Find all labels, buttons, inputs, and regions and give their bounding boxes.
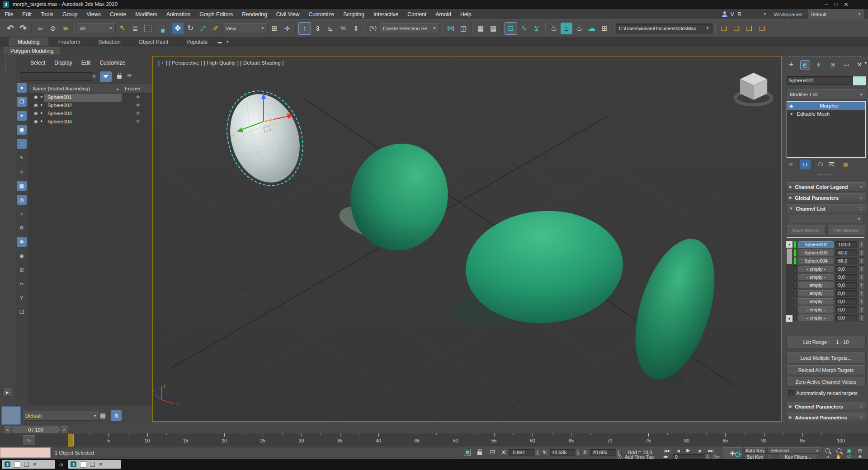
table-row[interactable]: ◉ ● Sphere004 ✻ <box>28 118 152 126</box>
play-button[interactable]: ▶ <box>684 447 693 453</box>
channel-value-field[interactable]: 0,0 <box>835 306 857 313</box>
x-coordinate-field[interactable] <box>509 449 537 456</box>
render-production-button[interactable]: ♨ <box>573 23 585 34</box>
channel-scrollbar[interactable]: ▲ ▼ <box>786 241 793 322</box>
viewport-object-sphere004[interactable] <box>620 230 729 390</box>
set-project-folder-button[interactable]: ❏ <box>743 23 755 34</box>
frozen-toggle-icon[interactable]: ✻ <box>136 111 140 116</box>
zoom-extents-all-icon[interactable]: ⊞ <box>855 448 864 453</box>
show-end-result-button[interactable]: ⊔ <box>800 160 811 169</box>
viewport-object-sphere003[interactable] <box>447 206 627 330</box>
tab-display[interactable]: ▭ <box>842 60 851 69</box>
select-and-link-icon[interactable]: ∞ <box>34 23 46 34</box>
taskbar-window-button[interactable]: 3 ✕ <box>68 460 121 469</box>
tab-modeling[interactable]: Modeling <box>9 38 48 46</box>
selection-lock-region-icon[interactable] <box>464 449 471 456</box>
field-of-view-icon[interactable]: ⊿ <box>823 454 832 459</box>
morph-channel-button[interactable]: - empty - <box>798 290 834 297</box>
display-frozen-toggle[interactable]: ✻ <box>17 237 27 247</box>
toggle-scene-explorer-button[interactable]: ▦ <box>475 23 486 34</box>
snaps-toggle-3d[interactable]: 3 <box>312 23 324 34</box>
angle-snap-toggle[interactable]: ⊾ <box>325 23 336 34</box>
selection-filter-dropdown[interactable]: All▼ <box>77 24 116 33</box>
menu-group[interactable]: Group <box>58 11 82 18</box>
display-lights-toggle[interactable]: ✦ <box>17 111 27 121</box>
object-name[interactable]: Sphere001 <box>47 94 72 100</box>
workspace-dropdown[interactable]: Default▼ <box>807 9 864 19</box>
viewport-label[interactable]: [ + ] [ Perspective ] [ High Quality ] [… <box>158 60 284 66</box>
tab-modify[interactable]: ◩ <box>800 60 810 70</box>
selection-lock-toggle[interactable] <box>477 451 482 456</box>
schematic-view-button[interactable]: ⊻ <box>531 23 542 34</box>
scroll-up-button[interactable]: ▲ <box>786 241 793 248</box>
keyboard-shortcut-override-toggle[interactable]: ↑ <box>298 22 311 35</box>
zoom-icon[interactable] <box>823 448 832 453</box>
morph-channel-button[interactable]: - empty - <box>798 306 834 313</box>
value-spinner[interactable]: ▲▼ <box>859 314 864 322</box>
display-shapes-toggle[interactable]: ❐ <box>17 97 27 107</box>
pan-hand-icon[interactable]: ✋ <box>834 454 843 459</box>
visibility-eye-icon[interactable]: ◉ <box>34 119 38 124</box>
explorer-find-tool[interactable]: ⌕ <box>17 209 27 219</box>
tab-populate[interactable]: Populate <box>178 38 216 46</box>
user-account-dropdown[interactable]: V R ▼ <box>718 11 770 18</box>
menu-modifiers[interactable]: Modifiers <box>131 11 162 18</box>
display-geometry-toggle[interactable]: ● <box>17 83 27 93</box>
object-name[interactable]: Sphere004 <box>47 119 72 124</box>
display-materials-toggle[interactable]: ⚙ <box>17 223 27 233</box>
menu-customize[interactable]: Customize <box>304 11 339 18</box>
menu-file[interactable]: File <box>0 11 18 18</box>
channel-value-field[interactable]: 0,0 <box>835 315 857 321</box>
rollout-global-parameters[interactable]: ▶ Global Parameters ∷ <box>786 193 866 202</box>
scroll-down-button[interactable]: ▼ <box>786 315 793 322</box>
morph-channel-button[interactable]: - empty - <box>798 266 834 273</box>
channel-value-field[interactable]: 0,0 <box>835 290 857 297</box>
menu-civil-view[interactable]: Civil View <box>272 11 304 18</box>
value-spinner[interactable]: ▲▼ <box>859 290 864 297</box>
render-setup-button[interactable]: ♨ <box>548 23 560 34</box>
material-editor-button[interactable]: ⊡ <box>505 22 517 35</box>
time-slider-value[interactable]: 0 / 100 <box>12 426 60 433</box>
display-bones-toggle[interactable]: Y <box>17 293 27 303</box>
filter-button[interactable] <box>100 71 112 82</box>
morph-channel-button[interactable]: Sphere002 <box>798 241 834 248</box>
stack-item-editable-mesh[interactable]: ▶ Editable Mesh <box>787 110 865 118</box>
menu-arnold[interactable]: Arnold <box>431 11 456 18</box>
rollout-channel-parameters[interactable]: ▶ Channel Parameters ∷ <box>786 402 866 411</box>
open-mini-curve-editor-button[interactable]: ∿ <box>23 435 35 445</box>
visibility-eye-icon[interactable]: ◉ <box>34 103 38 108</box>
menu-edit[interactable]: Edit <box>18 11 36 18</box>
expand-arrow-icon[interactable]: ▶ <box>791 112 793 116</box>
display-cameras-toggle[interactable]: ▣ <box>17 125 27 135</box>
frozen-toggle-icon[interactable]: ✻ <box>136 94 140 99</box>
active-layer-dropdown[interactable]: Default▼ <box>22 411 100 421</box>
toggle-layer-explorer-button[interactable]: ▤ <box>487 23 499 34</box>
cut-tool[interactable]: ✂ <box>17 279 27 289</box>
tab-utilities[interactable]: ⚒ <box>855 60 864 69</box>
tab-create[interactable]: + <box>787 60 796 69</box>
orbit-icon[interactable]: ↺ <box>844 454 854 459</box>
channel-value-field[interactable]: 0,0 <box>835 298 857 305</box>
morph-channel-button[interactable]: Sphere004 <box>798 258 834 264</box>
menu-create[interactable]: Create <box>105 11 131 18</box>
select-and-scale-button[interactable]: ⤢ <box>197 23 209 34</box>
timeline-playhead[interactable] <box>68 434 74 446</box>
tab-motion[interactable]: ◎ <box>828 60 837 69</box>
time-configuration-button[interactable]: ◷ <box>712 453 717 460</box>
tab-object-paint[interactable]: Object Paint <box>131 38 176 46</box>
display-spacewarps-toggle[interactable]: ≋ <box>17 167 27 177</box>
clear-search-icon[interactable]: ✕ <box>92 73 96 80</box>
explorer-menu-display[interactable]: Display <box>50 60 76 66</box>
render-flyout-button[interactable]: ⊞ <box>599 23 610 34</box>
select-cursor-tool[interactable]: ↖ <box>17 153 27 163</box>
del-marker-button[interactable]: Del Marker <box>827 226 865 235</box>
frozen-toggle-icon[interactable]: ✻ <box>136 103 140 108</box>
render-in-cloud-button[interactable]: ☁ <box>586 23 598 34</box>
display-groups-toggle[interactable]: ▦ <box>17 181 27 191</box>
select-by-name-button[interactable]: ≣ <box>129 23 141 34</box>
edit-named-selection-sets-button[interactable]: {✎} <box>367 23 379 34</box>
object-name[interactable]: Sphere003 <box>47 111 72 116</box>
reference-coordinate-dropdown[interactable]: View▼ <box>222 24 268 33</box>
panel-grip[interactable] <box>789 56 861 57</box>
rollout-channel-list[interactable]: ▼ Channel List ∷ <box>786 204 866 213</box>
